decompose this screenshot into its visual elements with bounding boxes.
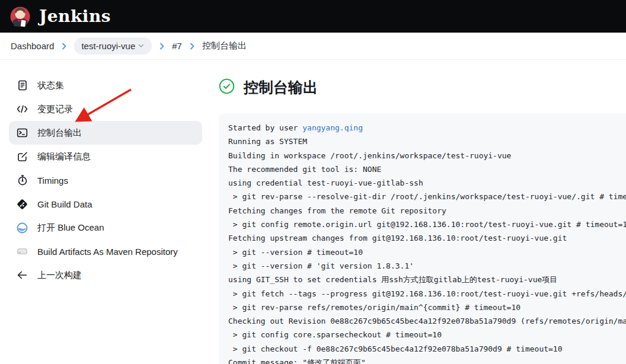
- top-header: Jenkins: [0, 0, 626, 33]
- console-line: > git checkout -f 0e88c267c9b65c45bec4a1…: [228, 342, 626, 356]
- console-line: > git rev-parse --resolve-git-dir /root/…: [228, 190, 626, 203]
- sidebar-item-status-document[interactable]: 状态集: [9, 74, 202, 97]
- console-line: > git fetch --tags --progress git@192.16…: [228, 287, 626, 301]
- console-line: > git config remote.origin.url git@192.1…: [228, 218, 626, 231]
- console-text: > git config remote.origin.url git@192.1…: [228, 220, 626, 229]
- breadcrumb-item-#7[interactable]: #7: [172, 41, 182, 51]
- breadcrumb: Dashboardtest-ruoyi-vue#7控制台输出: [0, 33, 626, 60]
- app-title[interactable]: Jenkins: [39, 7, 111, 26]
- disk-icon: [16, 245, 28, 258]
- console-line: > git --version # timeout=10: [228, 245, 626, 259]
- page-title: 控制台输出: [244, 78, 318, 97]
- console-text: > git fetch --tags --progress git@192.16…: [228, 289, 626, 298]
- sidebar-item-label: 编辑编译信息: [37, 151, 91, 162]
- sidebar-item-arrow-left[interactable]: 上一次构建: [9, 263, 202, 287]
- console-line: > git config core.sparsecheckout # timeo…: [228, 328, 626, 341]
- sidebar: 状态集变更记录控制台输出编辑编译信息TimingsGit Build Data打…: [0, 60, 211, 364]
- blue-ocean-icon: [16, 222, 28, 234]
- chevron-down-icon: [138, 41, 145, 51]
- code-changes-icon: [16, 103, 28, 116]
- sidebar-item-label: Git Build Data: [37, 199, 92, 209]
- breadcrumb-item-Dashboard[interactable]: Dashboard: [11, 41, 54, 51]
- sidebar-item-label: Timings: [37, 175, 68, 186]
- console-line: Started by user yangyang.qing: [228, 121, 626, 135]
- console-output: Started by user yangyang.qingRunning as …: [219, 113, 626, 364]
- console-line: Building in workspace /root/.jenkins/wor…: [228, 149, 626, 162]
- console-text: > git rev-parse --resolve-git-dir /root/…: [228, 192, 626, 201]
- arrow-left-icon: [16, 269, 28, 282]
- console-text: > git --version # timeout=10: [228, 248, 363, 257]
- console-text: Building in workspace /root/.jenkins/wor…: [228, 151, 511, 160]
- console-line: using credential test-ruoyi-vue-gitlab-s…: [228, 176, 626, 190]
- page-heading: 控制台输出: [219, 78, 626, 97]
- edit-icon: [16, 151, 28, 163]
- sidebar-item-git[interactable]: Git Build Data: [9, 192, 202, 216]
- sidebar-item-blue-ocean[interactable]: 打开 Blue Ocean: [9, 216, 202, 240]
- console-user-link[interactable]: yangyang.qing: [302, 123, 363, 132]
- main-content: 控制台输出 Started by user yangyang.qingRunni…: [211, 60, 626, 364]
- breadcrumb-item-test-ruoyi-vue[interactable]: test-ruoyi-vue: [74, 37, 152, 55]
- console-text: Running as SYSTEM: [228, 137, 307, 146]
- console-line: using GIT_SSH to set credentials 用ssh方式拉…: [228, 273, 626, 286]
- console-text: using GIT_SSH to set credentials 用ssh方式拉…: [228, 275, 557, 284]
- console-text: > git rev-parse refs/remotes/origin/main…: [228, 303, 520, 312]
- breadcrumb-separator-icon: [189, 42, 195, 50]
- console-line: Checking out Revision 0e88c267c9b65c45be…: [228, 314, 626, 328]
- sidebar-item-disk[interactable]: Build Artifacts As Maven Repository: [9, 240, 202, 263]
- console-text: Fetching upstream changes from git@192.1…: [228, 234, 567, 242]
- console-line: Running as SYSTEM: [228, 135, 626, 148]
- console-text: Checking out Revision 0e88c267c9b65c45be…: [228, 317, 626, 325]
- console-text: Started by user: [228, 123, 302, 132]
- console-text: Commit message: "修改了前端页面": [228, 358, 366, 364]
- sidebar-item-label: 状态集: [37, 80, 64, 91]
- sidebar-item-edit[interactable]: 编辑编译信息: [9, 145, 202, 168]
- console-text: Fetching changes from the remote Git rep…: [228, 206, 446, 215]
- sidebar-item-label: 上一次构建: [37, 270, 82, 281]
- sidebar-item-stopwatch[interactable]: Timings: [9, 168, 202, 192]
- breadcrumb-label: test-ruoyi-vue: [81, 41, 135, 51]
- terminal-icon: [16, 127, 28, 139]
- stopwatch-icon: [16, 174, 28, 187]
- sidebar-item-label: 打开 Blue Ocean: [37, 222, 104, 234]
- console-line: Fetching changes from the remote Git rep…: [228, 204, 626, 218]
- sidebar-item-label: 变更记录: [37, 104, 73, 115]
- console-text: > git config core.sparsecheckout # timeo…: [228, 330, 442, 339]
- sidebar-item-label: Build Artifacts As Maven Repository: [37, 247, 178, 257]
- page-body: 状态集变更记录控制台输出编辑编译信息TimingsGit Build Data打…: [0, 60, 626, 364]
- console-text: > git --version # 'git version 1.8.3.1': [228, 261, 414, 270]
- console-line: Commit message: "修改了前端页面": [228, 356, 626, 364]
- breadcrumb-separator-icon: [61, 42, 67, 50]
- sidebar-item-terminal[interactable]: 控制台输出: [9, 121, 202, 145]
- jenkins-butler-logo-icon[interactable]: [8, 4, 32, 29]
- console-line: Fetching upstream changes from git@192.1…: [228, 231, 626, 245]
- console-line: > git rev-parse refs/remotes/origin/main…: [228, 301, 626, 314]
- console-text: > git checkout -f 0e88c267c9b65c45bec4a1…: [228, 344, 563, 353]
- git-icon: [16, 198, 28, 210]
- console-text: The recommended git tool is: NONE: [228, 165, 381, 174]
- console-line: > git --version # 'git version 1.8.3.1': [228, 259, 626, 273]
- console-text: using credential test-ruoyi-vue-gitlab-s…: [228, 178, 423, 187]
- breadcrumb-item-控制台输出: 控制台输出: [202, 40, 247, 52]
- sidebar-item-code-changes[interactable]: 变更记录: [9, 97, 202, 121]
- breadcrumb-separator-icon: [159, 42, 165, 50]
- console-line: The recommended git tool is: NONE: [228, 162, 626, 176]
- sidebar-item-label: 控制台输出: [37, 127, 82, 139]
- success-check-icon: [219, 78, 235, 97]
- status-document-icon: [16, 79, 28, 92]
